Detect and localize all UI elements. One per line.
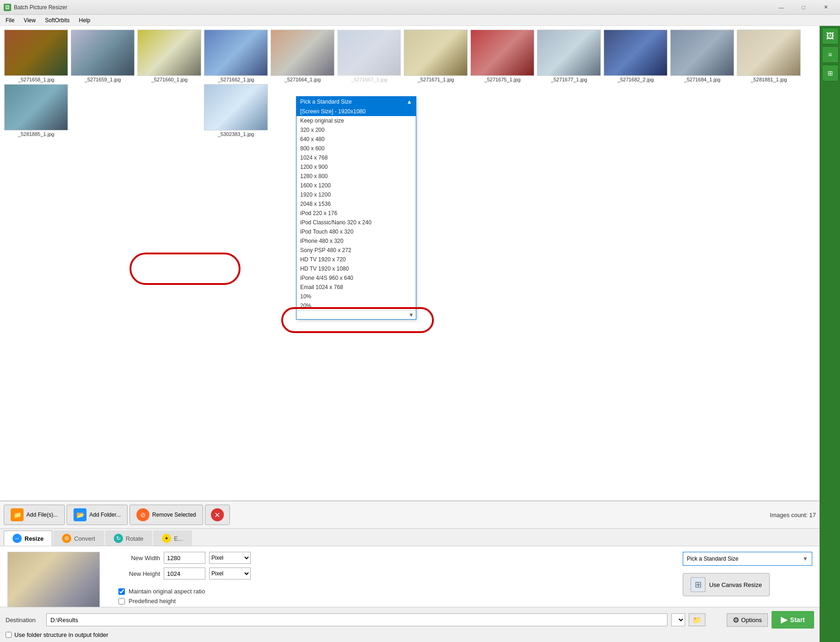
thumb-label: _5271662_1.jpg xyxy=(218,77,254,82)
dropdown-item[interactable]: 800 x 600 xyxy=(296,144,416,153)
tab-resize-label: Resize xyxy=(25,535,43,542)
folder-structure-checkbox[interactable] xyxy=(6,632,12,638)
dropdown-list[interactable]: [Screen Size] - 1920x1080 Keep original … xyxy=(296,107,416,310)
thumb-image xyxy=(137,30,201,76)
list-item[interactable]: _5302383_1.jpg xyxy=(204,84,268,140)
main-container: _5271658_1.jpg _5271659_1.jpg _5271660_1… xyxy=(0,26,840,642)
dropdown-item[interactable]: iPod Classic/Nano 320 x 240 xyxy=(296,218,416,227)
thumb-image xyxy=(337,30,401,76)
dropdown-item[interactable]: iPhone 480 x 320 xyxy=(296,236,416,246)
pick-standard-size-select[interactable]: Pick a Standard Size ▼ xyxy=(683,552,812,566)
thumb-image xyxy=(271,30,334,76)
dropdown-item[interactable]: [Screen Size] - 1920x1080 xyxy=(296,107,416,116)
list-item[interactable]: _5271682_2.jpg xyxy=(603,30,668,82)
list-item[interactable]: _5271660_1.jpg xyxy=(137,30,202,82)
remove-selected-label: Remove Selected xyxy=(152,512,196,518)
tab-convert[interactable]: ⚙ Convert xyxy=(53,531,104,546)
remove-selected-icon: ⊘ xyxy=(136,508,149,521)
close-button[interactable]: ✕ xyxy=(815,0,836,15)
image-view-icon: 🖼 xyxy=(826,31,834,41)
list-item[interactable]: _5281881_1.jpg xyxy=(736,30,801,82)
add-folder-label: Add Folder... xyxy=(89,512,121,518)
start-button[interactable]: ▶ Start xyxy=(772,611,814,629)
thumb-label: _5271658_1.jpg xyxy=(18,77,55,82)
clear-icon: ✕ xyxy=(211,508,224,521)
thumb-image xyxy=(4,84,68,130)
thumb-image xyxy=(670,30,734,76)
new-width-input[interactable] xyxy=(164,552,205,564)
dropdown-item[interactable]: 20% xyxy=(296,301,416,310)
add-files-button[interactable]: 📁 Add File(s)... xyxy=(4,505,65,525)
standard-size-dropdown-overlay[interactable]: Pick a Standard Size ▲ [Screen Size] - 1… xyxy=(296,96,416,320)
dropdown-item[interactable]: 2048 x 1536 xyxy=(296,199,416,209)
thumb-label: _5302383_1.jpg xyxy=(218,131,254,137)
title-bar: 🖼 Batch Picture Resizer — □ ✕ xyxy=(0,0,840,15)
predefined-height-checkbox[interactable] xyxy=(118,598,125,605)
options-button[interactable]: ⚙ Options xyxy=(727,613,768,627)
destination-path-input[interactable] xyxy=(46,613,667,626)
dropdown-item[interactable]: Sony PSP 480 x 272 xyxy=(296,246,416,255)
list-item[interactable]: _5271667_1.jpg xyxy=(337,30,401,82)
dropdown-item[interactable]: HD TV 1920 x 1080 xyxy=(296,264,416,273)
sidebar-list-view-button[interactable]: ≡ xyxy=(822,46,839,63)
tabs-row: ↔ Resize ⚙ Convert ↻ Rotate ✦ E... xyxy=(0,529,820,546)
options-label: Options xyxy=(741,617,762,623)
thumb-label: _5271675_1.jpg xyxy=(484,77,521,82)
sidebar-image-view-button[interactable]: 🖼 xyxy=(822,28,839,44)
list-item[interactable]: _5281885_1.jpg xyxy=(4,84,68,140)
remove-selected-button[interactable]: ⊘ Remove Selected xyxy=(130,505,203,525)
dropdown-item[interactable]: 10% xyxy=(296,292,416,301)
menu-softorbits[interactable]: SoftOrbits xyxy=(41,16,73,25)
dropdown-item[interactable]: 1200 x 900 xyxy=(296,162,416,172)
list-item[interactable]: _5271684_1.jpg xyxy=(670,30,735,82)
menu-help[interactable]: Help xyxy=(75,16,94,25)
dropdown-item[interactable]: 640 x 480 xyxy=(296,135,416,144)
dropdown-item[interactable]: Email 1024 x 768 xyxy=(296,283,416,292)
dropdown-item[interactable]: 1920 x 1200 xyxy=(296,190,416,199)
destination-dropdown[interactable] xyxy=(671,613,685,626)
folder-structure-label[interactable]: Use folder structure in output folder xyxy=(6,631,814,638)
list-item[interactable]: _5271664_1.jpg xyxy=(270,30,335,82)
toolbar: 📁 Add File(s)... 📂 Add Folder... ⊘ Remov… xyxy=(0,501,820,529)
menu-file[interactable]: File xyxy=(2,16,18,25)
maximize-button[interactable]: □ xyxy=(793,0,814,15)
dropdown-item[interactable]: HD TV 1920 x 720 xyxy=(296,255,416,264)
dropdown-item[interactable]: Keep original size xyxy=(296,116,416,125)
tab-resize[interactable]: ↔ Resize xyxy=(4,531,52,546)
menu-view[interactable]: View xyxy=(20,16,39,25)
maintain-aspect-checkbox[interactable] xyxy=(118,588,125,595)
new-height-input[interactable] xyxy=(164,568,205,580)
menu-bar: File View SoftOrbits Help xyxy=(0,15,840,26)
list-view-icon: ≡ xyxy=(828,51,832,58)
dropdown-item[interactable]: 1024 x 768 xyxy=(296,153,416,162)
right-sidebar: 🖼 ≡ ⊞ xyxy=(820,26,840,642)
minimize-button[interactable]: — xyxy=(771,0,792,15)
list-item[interactable]: _5271659_1.jpg xyxy=(70,30,135,82)
tab-rotate[interactable]: ↻ Rotate xyxy=(105,531,152,546)
list-item[interactable]: _5271677_1.jpg xyxy=(537,30,601,82)
dropdown-scroll-up[interactable]: ▲ xyxy=(407,99,412,105)
width-unit-select[interactable]: Pixel % xyxy=(209,552,251,564)
dropdown-item[interactable]: iPone 4/4S 960 x 640 xyxy=(296,273,416,283)
dropdown-item[interactable]: 1280 x 800 xyxy=(296,172,416,181)
dropdown-item[interactable]: 320 x 200 xyxy=(296,125,416,135)
add-folder-button[interactable]: 📂 Add Folder... xyxy=(67,505,128,525)
dropdown-title: Pick a Standard Size xyxy=(300,99,352,105)
sidebar-grid-view-button[interactable]: ⊞ xyxy=(822,65,839,81)
dropdown-item[interactable]: iPod Touch 480 x 320 xyxy=(296,227,416,236)
destination-browse-button[interactable]: 📁 xyxy=(689,613,705,626)
gear-icon: ⚙ xyxy=(733,616,739,624)
list-item[interactable]: _5271675_1.jpg xyxy=(470,30,535,82)
thumb-label: _5271682_2.jpg xyxy=(618,77,654,82)
list-item[interactable]: _5271662_1.jpg xyxy=(204,30,268,82)
dropdown-item[interactable]: 1600 x 1200 xyxy=(296,181,416,190)
clear-button[interactable]: ✕ xyxy=(205,505,230,525)
maintain-aspect-row: Maintain original aspect ratio xyxy=(118,588,673,595)
dropdown-item[interactable]: iPod 220 x 176 xyxy=(296,209,416,218)
tab-enhance[interactable]: ✦ E... xyxy=(153,531,192,546)
list-item[interactable]: _5271671_1.jpg xyxy=(403,30,468,82)
dropdown-scroll-down[interactable]: ▼ xyxy=(408,312,414,318)
height-unit-select[interactable]: Pixel % xyxy=(209,568,251,580)
canvas-resize-button[interactable]: ⊞ Use Canvas Resize xyxy=(683,573,770,596)
list-item[interactable]: _5271658_1.jpg xyxy=(4,30,68,82)
